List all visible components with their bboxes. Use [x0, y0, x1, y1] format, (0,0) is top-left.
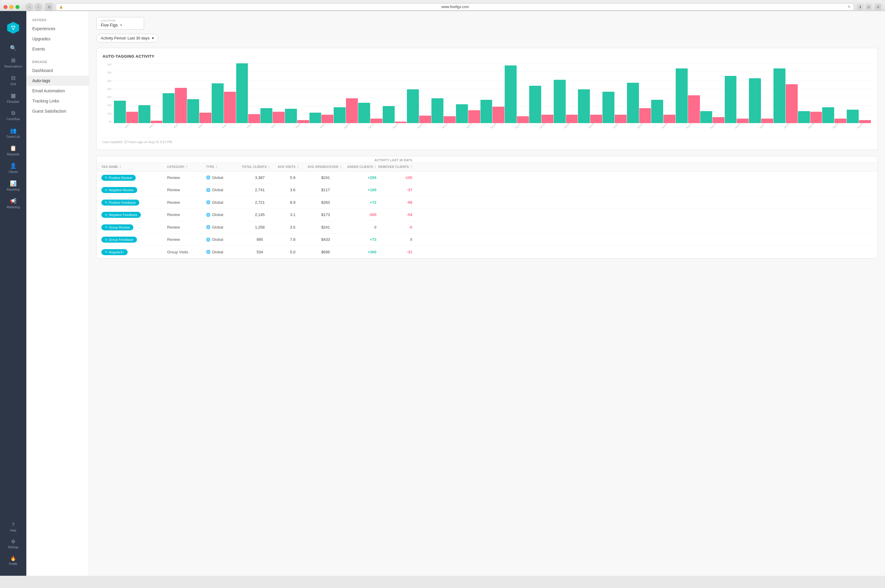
spacer4 [278, 159, 308, 162]
profile-label: Profile [9, 562, 17, 566]
traffic-light-yellow[interactable] [10, 5, 14, 9]
marketing-label: Marketing [7, 206, 20, 209]
col-removed-clients: REMOVED CLIENTS ▲▼ [376, 165, 412, 169]
settings-button[interactable]: ⚙ Settings [0, 536, 26, 551]
table-row[interactable]: ↻ Negative FeedbackReview🌐Global2,1453.1… [96, 209, 877, 221]
col-avg-spend: AVG SPEND/COVER ▲▼ [308, 165, 344, 169]
share-button[interactable]: ⬆ [857, 4, 864, 10]
refresh-button[interactable]: ↻ [847, 5, 850, 9]
back-button[interactable]: ‹ [26, 3, 33, 11]
requests-icon: 📋 [10, 145, 17, 152]
grid-label: Grid [11, 82, 16, 86]
spacer5 [308, 159, 344, 162]
location-value: Five Figs ▾ [101, 23, 140, 27]
table-row[interactable]: ↻ Group FeedbackReview🌐Global8957.8$433+… [96, 234, 877, 246]
table-row[interactable]: ↻ Positive ReviewReview🌐Global3,3875.9$2… [96, 171, 877, 184]
chart-footer: Last Updated: 22 hours ago on Aug 15 4:2… [102, 138, 871, 144]
clients-label: Clients [9, 170, 18, 174]
sidebar-item-grid[interactable]: ⊟ Grid [0, 72, 26, 88]
activity-period-arrow: ▾ [152, 36, 154, 40]
nav-item-upgrades[interactable]: Upgrades [26, 34, 89, 44]
url-text: www.fivefigs.com [65, 5, 846, 9]
profile-button[interactable]: 🔥 Profile [0, 552, 26, 568]
activity-period-label: Activity Period: Last 30 days [101, 36, 149, 40]
spacer1 [167, 159, 206, 162]
reservations-label: Reservations [5, 65, 22, 68]
location-label: LOCATION [101, 19, 140, 22]
reporting-label: Reporting [7, 188, 20, 191]
nav-item-experiences[interactable]: Experiences [26, 24, 89, 34]
table-body: ↻ Positive ReviewReview🌐Global3,3875.9$2… [96, 171, 877, 258]
location-selector[interactable]: LOCATION Five Figs ▾ [96, 17, 144, 30]
sort-arrows-category[interactable]: ▲▼ [186, 165, 188, 169]
help-button[interactable]: ? Help [0, 519, 26, 534]
floorplan-label: Floorplan [7, 100, 20, 104]
col-total-clients: TOTAL CLIENTS ▲▼ [242, 165, 278, 169]
icon-sidebar-top: ⊞ Reservations ⊟ Grid ▦ Floorplan ⧉ Cove… [0, 54, 26, 519]
sort-arrows-total[interactable]: ▲▼ [268, 165, 270, 169]
traffic-light-green[interactable] [15, 5, 20, 9]
col-category: CATEGORY ▲▼ [167, 165, 206, 169]
sort-arrows-removed[interactable]: ▲▼ [410, 165, 412, 169]
settings-label: Settings [8, 546, 18, 549]
nav-item-tracking-links[interactable]: Tracking Links [26, 96, 89, 106]
profile-icon: 🔥 [10, 555, 16, 561]
col-tag-name: TAG NAME ▲▼ [101, 165, 167, 169]
coverflow-label: Coverflow [7, 117, 20, 121]
reservations-icon: ⊞ [11, 57, 15, 64]
activity-period-button[interactable]: Activity Period: Last 30 days ▾ [96, 34, 158, 42]
col-type: TYPE ▲▼ [206, 165, 242, 169]
requests-label: Requests [7, 153, 20, 156]
url-bar[interactable]: 🔒 www.fivefigs.com ↻ [56, 3, 854, 10]
icon-sidebar: ▽ 🔍 ⊞ Reservations ⊟ Grid ▦ Floorplan ⧉ … [0, 11, 26, 576]
table-row[interactable]: ↻ Group ReviewReview🌐Global1,2583.5$2410… [96, 221, 877, 234]
sidebar-item-coverflow[interactable]: ⧉ Coverflow [0, 107, 26, 123]
main-content: LOCATION Five Figs ▾ Activity Period: La… [89, 11, 885, 576]
nav-item-email-automation[interactable]: Email Automation [26, 86, 89, 96]
col-avg-visits: AVG VISITS ▲▼ [278, 165, 308, 169]
table-row[interactable]: ↻ Negative ReviewReview🌐Global2,7413.6$1… [96, 184, 877, 196]
new-tab-button[interactable]: + [875, 4, 881, 10]
nav-item-auto-tags[interactable]: Auto-tags [26, 76, 89, 86]
traffic-light-red[interactable] [4, 5, 8, 9]
col-added-clients: ADDED CLIENTS ▲▼ [344, 165, 376, 169]
search-button[interactable]: 🔍 [7, 42, 19, 54]
forward-button[interactable]: › [35, 3, 42, 11]
sidebar-item-floorplan[interactable]: ▦ Floorplan [0, 89, 26, 106]
settings-icon: ⚙ [11, 539, 15, 544]
sort-arrows-avg-spend[interactable]: ▲▼ [340, 165, 342, 169]
nav-item-events[interactable]: Events [26, 44, 89, 54]
reader-view-button[interactable]: ⊡ [45, 3, 53, 11]
sidebar-item-marketing[interactable]: 📢 Marketing [0, 195, 26, 211]
sort-arrows-avg-visits[interactable]: ▲▼ [297, 165, 299, 169]
table-row[interactable]: ↻ Regular3+Group Visits🌐Global5345.0$696… [96, 246, 877, 258]
nav-item-dashboard[interactable]: Dashboard [26, 65, 89, 76]
table-row[interactable]: ↻ Positive FeedbackReview🌐Global2,7218.9… [96, 196, 877, 209]
guest-list-icon: 👥 [10, 127, 17, 134]
sidebar-item-reporting[interactable]: 📊 Reporting [0, 177, 26, 194]
fullscreen-button[interactable]: ⊡ [865, 4, 872, 10]
help-label: Help [10, 529, 17, 532]
sort-arrows-tag[interactable]: ▲▼ [119, 165, 122, 169]
sort-arrows-added[interactable]: ▲▼ [374, 165, 376, 169]
icon-sidebar-bottom: ? Help ⚙ Settings 🔥 Profile [0, 519, 26, 571]
sidebar-item-guest-list[interactable]: 👥 Guest List [0, 124, 26, 141]
sidebar-item-reservations[interactable]: ⊞ Reservations [0, 54, 26, 70]
chart-section: AUTO-TAGGING ACTIVITY 400350300250200150… [96, 48, 878, 150]
engage-section-label: ENGAGE [26, 58, 89, 65]
offers-section-label: OFFERS [26, 16, 89, 24]
marketing-icon: 📢 [10, 198, 17, 204]
clients-icon: 👤 [10, 162, 17, 169]
guest-list-label: Guest List [6, 135, 20, 138]
activity-last-30-header: ACTIVITY LAST 30 DAYS [344, 159, 412, 162]
col-header-tag [101, 159, 167, 162]
coverflow-icon: ⧉ [11, 110, 15, 116]
floorplan-icon: ▦ [11, 92, 16, 99]
help-icon: ? [12, 522, 15, 528]
sidebar-item-clients[interactable]: 👤 Clients [0, 159, 26, 176]
location-text: Five Figs [101, 23, 118, 27]
sidebar-item-requests[interactable]: 📋 Requests [0, 142, 26, 158]
chart-area: 40035030025020015010050Aug 1Aug 2Aug 3Au… [102, 63, 871, 135]
sort-arrows-type[interactable]: ▲▼ [216, 165, 218, 169]
nav-item-guest-satisfaction[interactable]: Guest Satisfaction [26, 106, 89, 116]
